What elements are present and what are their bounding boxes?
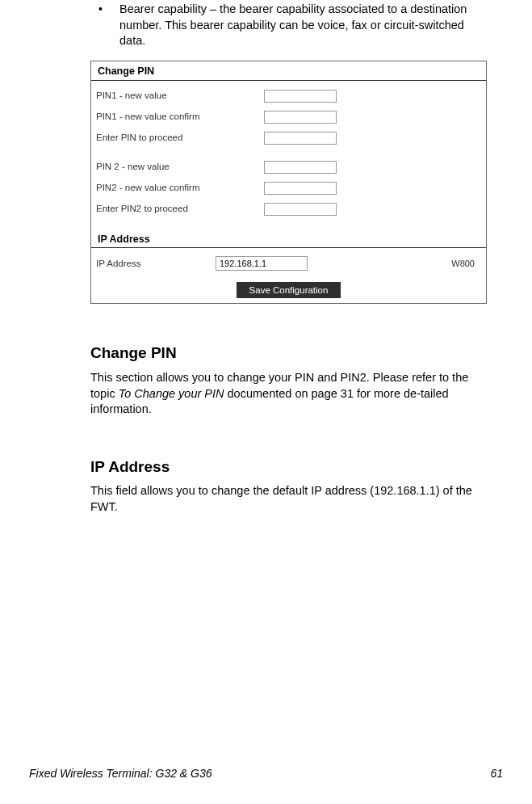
ip-address-label: IP Address (96, 258, 216, 271)
heading-change-pin: Change PIN (90, 343, 487, 364)
heading-ip-address: IP Address (90, 457, 487, 478)
pin1-proceed-label: Enter PIN to proceed (96, 132, 264, 145)
pin1-proceed-input[interactable] (264, 132, 337, 145)
pin1-confirm-input[interactable] (264, 111, 337, 124)
pin2-proceed-label: Enter PIN2 to proceed (96, 203, 264, 216)
pin2-confirm-label: PIN2 - new value confirm (96, 182, 264, 195)
screenshot-figure: Change PIN PIN1 - new value PIN1 - new v… (90, 61, 487, 305)
pin1-new-label: PIN1 - new value (96, 90, 264, 103)
ip-right-label: W800 (451, 258, 480, 270)
bullet-item: • Bearer capability – the bearer capabil… (98, 2, 487, 49)
fig-section-title-ip: IP Address (91, 229, 486, 249)
footer-page-number: 61 (490, 766, 503, 781)
bullet-term: Bearer capability (119, 2, 207, 15)
pin1-confirm-label: PIN1 - new value confirm (96, 111, 264, 124)
paragraph-change-pin: This section allows you to change your P… (90, 370, 487, 418)
bullet-marker: • (98, 2, 119, 49)
pin2-proceed-input[interactable] (264, 203, 337, 216)
ip-address-input[interactable] (216, 256, 308, 271)
page-footer: Fixed Wireless Terminal: G32 & G36 61 (29, 766, 503, 781)
pin2-confirm-input[interactable] (264, 182, 337, 195)
fig-section-title-change-pin: Change PIN (91, 61, 486, 81)
p-change-pin-italic: To Change your PIN (119, 387, 224, 400)
save-configuration-button[interactable]: Save Configuration (237, 282, 341, 298)
footer-title: Fixed Wireless Terminal: G32 & G36 (29, 766, 212, 781)
pin2-new-label: PIN 2 - new value (96, 161, 264, 174)
pin2-new-input[interactable] (264, 161, 337, 174)
paragraph-ip-address: This field allows you to change the defa… (90, 483, 487, 515)
bullet-text: Bearer capability – the bearer capabilit… (119, 2, 487, 49)
pin1-new-input[interactable] (264, 90, 337, 103)
